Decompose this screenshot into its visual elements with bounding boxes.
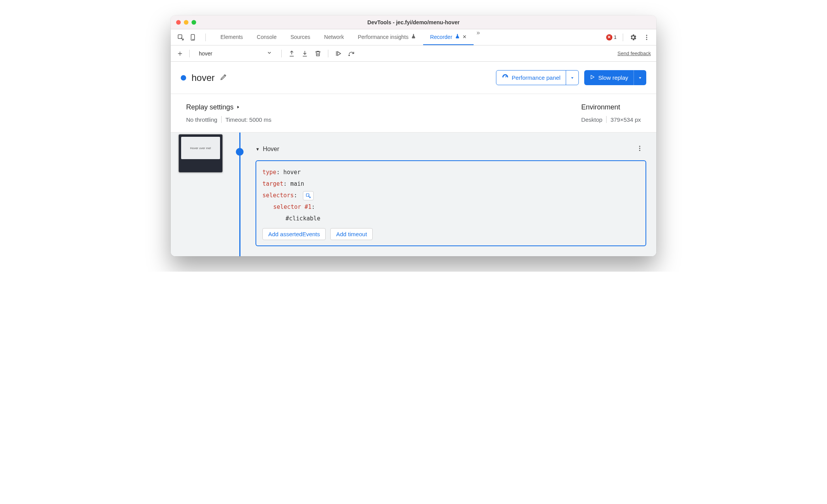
val-target: : main <box>283 180 304 187</box>
key-selectors: selectors <box>262 192 294 199</box>
edit-title-icon[interactable] <box>220 74 227 82</box>
new-recording-icon[interactable]: ＋ <box>176 48 184 59</box>
add-asserted-events-button[interactable]: Add assertedEvents <box>262 228 326 240</box>
flask-icon <box>455 34 460 40</box>
replay-settings-row: Replay settings No throttling Timeout: 5… <box>171 94 656 133</box>
minimize-window-icon[interactable] <box>184 20 188 25</box>
kebab-menu-icon[interactable] <box>641 34 652 41</box>
steps-timeline: Hover over me! ▼ Hover type: hover targe… <box>171 133 656 256</box>
device-toolbar-icon[interactable] <box>189 34 197 41</box>
recording-title: hover <box>192 72 215 83</box>
settings-gear-icon[interactable] <box>629 34 637 41</box>
tab-elements[interactable]: Elements <box>213 29 250 45</box>
slow-replay-main[interactable]: Slow replay <box>584 70 634 85</box>
tab-console[interactable]: Console <box>250 29 283 45</box>
step-over-icon[interactable] <box>348 50 355 57</box>
maximize-window-icon[interactable] <box>192 20 196 25</box>
step-row-type: type: hover <box>262 166 639 178</box>
tab-label: Sources <box>291 34 310 40</box>
step-content: ▼ Hover type: hover target: main selecto… <box>240 133 656 246</box>
recording-header: hover Performance panel <box>171 62 656 94</box>
selectors-colon: : <box>294 192 297 199</box>
recording-status-icon <box>181 75 186 81</box>
collapse-triangle-icon: ▼ <box>255 147 260 151</box>
flask-icon <box>411 34 416 40</box>
error-icon: ✕ <box>606 34 612 40</box>
svg-point-5 <box>646 39 647 40</box>
more-tabs-icon[interactable]: » <box>474 29 483 45</box>
performance-panel-button: Performance panel <box>496 70 579 85</box>
close-window-icon[interactable] <box>176 20 181 25</box>
tab-network[interactable]: Network <box>317 29 351 45</box>
pick-selector-icon[interactable] <box>303 191 314 200</box>
divider <box>221 116 222 123</box>
key-target: target <box>262 180 283 187</box>
svg-point-4 <box>646 37 647 38</box>
svg-point-14 <box>639 148 640 149</box>
slow-replay-button: Slow replay <box>584 70 646 85</box>
selector1-value[interactable]: #clickable <box>262 213 639 224</box>
gauge-icon <box>502 74 509 82</box>
svg-point-8 <box>349 55 350 55</box>
import-icon[interactable] <box>301 50 309 57</box>
tab-label: Console <box>257 34 276 40</box>
timeout-value: Timeout: 5000 ms <box>225 116 272 123</box>
delete-icon[interactable] <box>314 50 322 57</box>
panel-tabbar: Elements Console Sources Network Perform… <box>171 29 656 45</box>
step-row-selector1: selector #1: <box>262 201 639 213</box>
performance-panel-caret[interactable] <box>566 71 578 85</box>
window-title: DevTools - jec.fyi/demo/menu-hover <box>171 19 656 25</box>
step-header[interactable]: ▼ Hover <box>255 143 646 155</box>
tab-label: Recorder <box>430 34 452 40</box>
tab-recorder[interactable]: Recorder ✕ <box>423 29 474 45</box>
replay-settings-label: Replay settings <box>186 103 234 111</box>
tab-label: Network <box>324 34 344 40</box>
tab-performance-insights[interactable]: Performance insights <box>351 29 423 45</box>
step-row-target: target: main <box>262 178 639 190</box>
svg-marker-12 <box>237 106 239 109</box>
selector1-colon: : <box>311 203 315 210</box>
step-row-selectors: selectors: <box>262 190 639 201</box>
play-icon <box>590 74 595 81</box>
error-badge[interactable]: ✕ 1 <box>606 34 617 40</box>
svg-marker-7 <box>338 51 341 55</box>
chevron-right-icon <box>236 103 240 111</box>
inspect-element-icon[interactable] <box>177 34 185 41</box>
titlebar: DevTools - jec.fyi/demo/menu-hover <box>171 15 656 29</box>
traffic-lights <box>176 20 196 25</box>
close-tab-icon[interactable]: ✕ <box>462 34 467 40</box>
recorder-toolbar: ＋ hover Send fe <box>171 45 656 62</box>
chevron-down-icon <box>267 50 272 57</box>
svg-point-13 <box>639 146 640 147</box>
slow-replay-caret[interactable] <box>634 70 646 85</box>
divider <box>606 116 607 123</box>
export-icon[interactable] <box>288 50 296 57</box>
recording-select[interactable]: hover <box>195 50 276 57</box>
performance-panel-main[interactable]: Performance panel <box>496 71 566 85</box>
send-feedback-link[interactable]: Send feedback <box>617 50 651 56</box>
divider <box>281 50 282 57</box>
step-name: Hover <box>263 146 279 153</box>
divider <box>623 34 623 41</box>
val-type: : hover <box>276 169 301 176</box>
tab-sources[interactable]: Sources <box>284 29 317 45</box>
device-value: Desktop <box>581 116 602 123</box>
step-through-icon[interactable] <box>334 50 342 57</box>
throttling-value: No throttling <box>186 116 217 123</box>
step-card-actions: Add assertedEvents Add timeout <box>262 228 639 240</box>
panel-tabs: Elements Console Sources Network Perform… <box>213 29 483 45</box>
step-screenshot-thumb[interactable]: Hover over me! <box>178 134 223 173</box>
step-kebab-icon[interactable] <box>633 143 646 155</box>
screenshot-content: Hover over me! <box>181 137 220 159</box>
recording-select-value: hover <box>199 50 212 57</box>
svg-point-3 <box>646 35 647 36</box>
add-timeout-button[interactable]: Add timeout <box>330 228 373 240</box>
replay-settings-toggle[interactable]: Replay settings <box>186 103 271 111</box>
svg-point-15 <box>639 150 640 151</box>
key-selector1: selector #1 <box>273 203 311 210</box>
devtools-window: DevTools - jec.fyi/demo/menu-hover Eleme… <box>171 15 656 256</box>
dimensions-value: 379×534 px <box>610 116 641 123</box>
slow-replay-label: Slow replay <box>598 74 628 81</box>
tab-label: Performance insights <box>358 34 408 40</box>
svg-marker-9 <box>571 77 573 79</box>
